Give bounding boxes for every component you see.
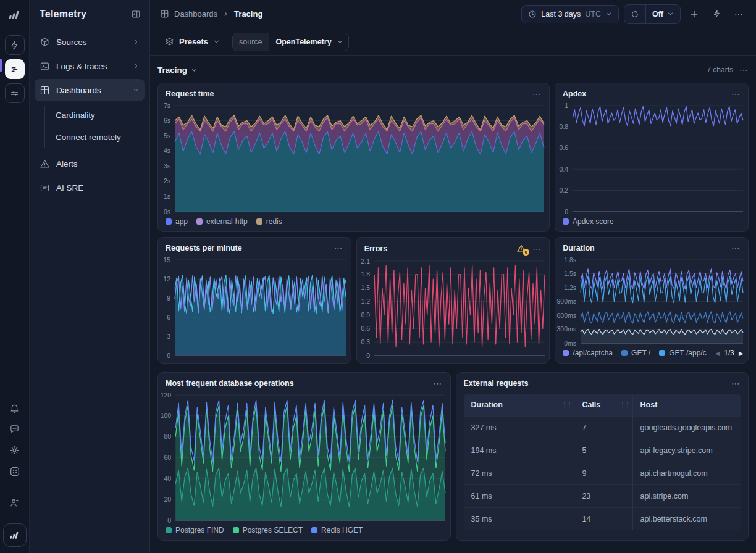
chart-menu-button[interactable]: ⋯ <box>731 89 741 98</box>
breadcrumb-chevron-icon <box>222 10 229 17</box>
svg-text:5s: 5s <box>164 132 170 139</box>
more-options-button[interactable] <box>730 6 747 23</box>
chart-menu-button[interactable]: ⋯ <box>731 379 741 388</box>
apdex-chart[interactable]: 00.20.40.60.81 <box>555 101 748 215</box>
legend-item[interactable]: /api/captcha <box>563 349 613 357</box>
table-row[interactable]: 72 ms9api.chartmogul.com <box>464 462 741 485</box>
table-row[interactable]: 327 ms7googleads.googleapis.com <box>464 417 741 439</box>
chart-menu-button[interactable]: ⋯ <box>532 89 542 98</box>
message-icon <box>40 183 50 193</box>
legend-item[interactable]: Redis HGET <box>311 526 363 534</box>
table-cell: 35 ms <box>464 508 574 531</box>
telemetry-logs-icon[interactable] <box>5 59 25 79</box>
sidebar-item-logs-traces[interactable]: Logs & traces <box>35 55 145 77</box>
svg-text:20: 20 <box>164 496 172 503</box>
source-filter[interactable]: source OpenTelemetry <box>232 33 349 51</box>
sidebar-item-cardinality[interactable]: Cardinality <box>35 104 145 125</box>
column-header-duration[interactable]: Duration⋮⋮ <box>464 394 574 417</box>
errors-chart[interactable]: 00.30.60.91.21.51.82.1 <box>357 256 550 359</box>
legend-pagination: ◀1/3▶ <box>715 349 744 357</box>
chevron-right-icon <box>132 38 140 46</box>
column-resize-handle[interactable]: ⋮⋮ <box>620 402 630 408</box>
dashboard-grid-icon <box>40 85 50 96</box>
legend-item[interactable]: app <box>166 217 188 226</box>
column-header-calls[interactable]: Calls⋮⋮ <box>574 394 632 417</box>
errors-warning-badge[interactable]: 0 <box>516 244 526 254</box>
chart-menu-button[interactable]: ⋯ <box>334 244 343 252</box>
table-row[interactable]: 61 ms23api.stripe.com <box>464 485 741 508</box>
section-more-button[interactable]: ⋯ <box>739 65 749 74</box>
auto-refresh-toggle[interactable]: Off <box>645 5 680 23</box>
legend-item[interactable]: Apdex score <box>563 217 614 226</box>
collapse-sidebar-icon[interactable] <box>131 9 141 19</box>
column-resize-handle[interactable]: ⋮⋮ <box>561 402 571 408</box>
legend-prev-button[interactable]: ◀ <box>715 350 720 357</box>
chart-title: Request time <box>166 89 527 98</box>
svg-text:7s: 7s <box>164 102 170 109</box>
svg-text:1.5: 1.5 <box>361 284 370 291</box>
sliders-icon[interactable] <box>5 83 25 103</box>
legend-item[interactable]: external-http <box>196 217 248 226</box>
notifications-bell-icon[interactable] <box>9 403 20 414</box>
svg-text:1.8s: 1.8s <box>564 256 576 264</box>
add-chart-button[interactable] <box>686 6 703 23</box>
section-title-tracing[interactable]: Tracing <box>158 65 198 75</box>
invite-user-icon[interactable] <box>9 497 20 508</box>
legend-swatch <box>621 350 628 356</box>
legend-swatch <box>659 350 665 356</box>
breadcrumb-dashboards[interactable]: Dashboards <box>174 9 217 19</box>
sidebar-item-sources[interactable]: Sources <box>35 31 145 53</box>
breadcrumb-current: Tracing <box>234 9 262 19</box>
uptime-bolt-icon[interactable] <box>5 35 25 55</box>
theme-sun-icon[interactable] <box>9 445 20 455</box>
refresh-button[interactable] <box>624 5 645 23</box>
svg-text:300ms: 300ms <box>557 325 577 333</box>
db-operations-chart[interactable]: 020406080100120 <box>158 390 450 524</box>
svg-text:15: 15 <box>163 256 170 264</box>
table-cell: api.stripe.com <box>632 485 741 508</box>
time-range-button[interactable]: Last 3 days UTC <box>521 5 619 23</box>
sidebar-item-label: Alerts <box>56 159 140 168</box>
sidebar-item-dashboards[interactable]: Dashboards <box>35 79 145 101</box>
legend-item[interactable]: GET / <box>621 349 650 357</box>
table-row[interactable]: 35 ms14api.betterstack.com <box>464 508 741 531</box>
column-header-host[interactable]: Host <box>632 394 741 417</box>
legend-page-label: 1/3 <box>724 349 734 357</box>
table-cell: api.betterstack.com <box>632 508 741 531</box>
card-errors: Errors 0 ⋯ 00.30.60.91.21.51.82.1 <box>356 237 550 364</box>
sidebar-item-alerts[interactable]: Alerts <box>35 152 145 175</box>
presets-label: Presets <box>179 37 208 46</box>
account-logo-button[interactable] <box>3 523 27 547</box>
apps-grid-icon[interactable] <box>9 466 20 477</box>
sidebar-item-label: Dashboards <box>56 86 126 95</box>
chart-menu-button[interactable]: ⋯ <box>532 244 542 253</box>
legend-item[interactable]: Postgres FIND <box>166 526 224 534</box>
legend-swatch <box>563 218 569 225</box>
request-time-chart[interactable]: 0s1s2s3s4s5s6s7s <box>158 101 549 215</box>
quick-actions-bolt-button[interactable] <box>708 6 725 23</box>
legend-item[interactable]: GET /app/c <box>659 349 706 357</box>
table-cell: api-legacy.stripe.com <box>632 439 741 462</box>
chevron-down-icon <box>132 86 140 94</box>
table-row[interactable]: 194 ms5api-legacy.stripe.com <box>464 439 741 462</box>
sidebar-item-ai-sre[interactable]: AI SRE <box>35 177 145 199</box>
support-chat-icon[interactable] <box>9 424 20 434</box>
chevron-down-icon <box>605 10 612 17</box>
legend-item[interactable]: redis <box>256 217 282 226</box>
dashboard-grid-icon <box>160 9 169 19</box>
presets-button[interactable]: Presets <box>160 34 225 49</box>
charts-count: 7 charts <box>707 65 733 74</box>
legend-next-button[interactable]: ▶ <box>739 350 744 357</box>
table-cell: 327 ms <box>464 417 574 439</box>
legend-item[interactable]: Postgres SELECT <box>233 526 303 534</box>
legend-swatch <box>563 350 569 356</box>
requests-per-minute-chart[interactable]: 03691215 <box>158 255 351 359</box>
duration-chart[interactable]: 0ms300ms600ms900ms1.2s1.5s1.8s <box>555 255 748 347</box>
card-db-operations: Most frequent database operations ⋯ 0204… <box>158 372 451 541</box>
sidebar-item-connect-remotely[interactable]: Connect remotely <box>35 127 145 148</box>
chart-title: Errors <box>364 244 512 253</box>
chart-menu-button[interactable]: ⋯ <box>434 379 443 388</box>
legend-swatch <box>196 218 203 225</box>
svg-text:4s: 4s <box>164 147 170 154</box>
chart-menu-button[interactable]: ⋯ <box>731 244 741 252</box>
